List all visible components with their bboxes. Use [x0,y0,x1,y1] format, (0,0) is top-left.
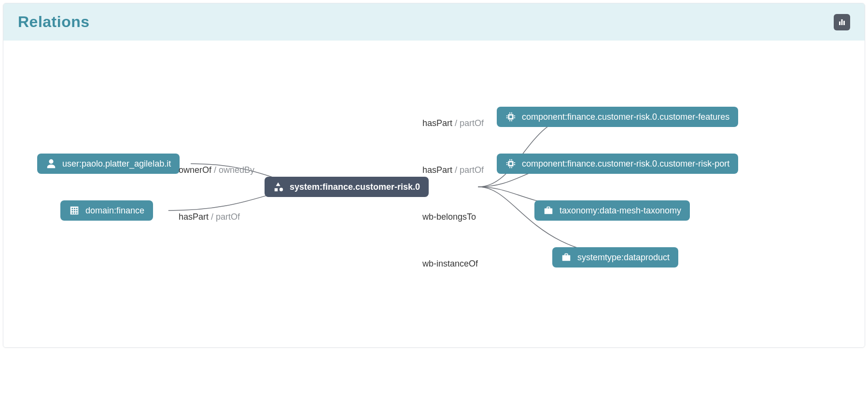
panel-header: Relations [3,3,865,41]
edge-label-right-0: hasPart / partOf [422,118,484,128]
chip-icon [505,158,516,169]
briefcase-icon [543,205,554,216]
node-user[interactable]: user:paolo.platter_agilelab.it [37,154,180,174]
edge-label-right-1: hasPart / partOf [422,165,484,175]
node-component-risk-port[interactable]: component:finance.customer-risk.0.custom… [497,154,738,174]
briefcase-icon [561,252,572,263]
hierarchy-icon [273,182,284,192]
graph-canvas[interactable]: system:finance.customer-risk.0 user:paol… [3,41,865,347]
chip-icon [505,112,516,122]
panel-title: Relations [18,13,90,31]
node-label: domain:finance [85,206,144,216]
edge-label-right-3: wb-instanceOf [422,259,478,269]
node-component-features[interactable]: component:finance.customer-risk.0.custom… [497,107,738,127]
node-taxonomy[interactable]: taxonomy:data-mesh-taxonomy [534,200,690,221]
node-label: component:finance.customer-risk.0.custom… [522,112,729,122]
person-icon [46,158,56,169]
stats-button[interactable] [834,14,850,30]
center-node-system[interactable]: system:finance.customer-risk.0 [265,177,429,197]
node-label: system:finance.customer-risk.0 [290,182,420,192]
node-label: component:finance.customer-risk.0.custom… [522,159,729,169]
node-systemtype[interactable]: systemtype:dataproduct [552,247,678,267]
svg-rect-2 [843,21,845,25]
relations-panel: Relations system:finance.customer-r [3,3,865,348]
bar-chart-icon [838,18,846,27]
node-label: systemtype:dataproduct [577,253,670,263]
edge-label-left-0: ownerOf / ownedBy [179,165,254,175]
edges-layer [3,41,865,347]
node-label: user:paolo.platter_agilelab.it [62,159,171,169]
edge-label-right-2: wb-belongsTo [422,212,476,222]
building-icon [69,205,80,216]
node-domain[interactable]: domain:finance [60,200,153,221]
edge-label-left-1: hasPart / partOf [179,212,240,222]
svg-rect-1 [841,19,843,25]
svg-rect-0 [839,21,840,25]
node-label: taxonomy:data-mesh-taxonomy [560,206,681,216]
